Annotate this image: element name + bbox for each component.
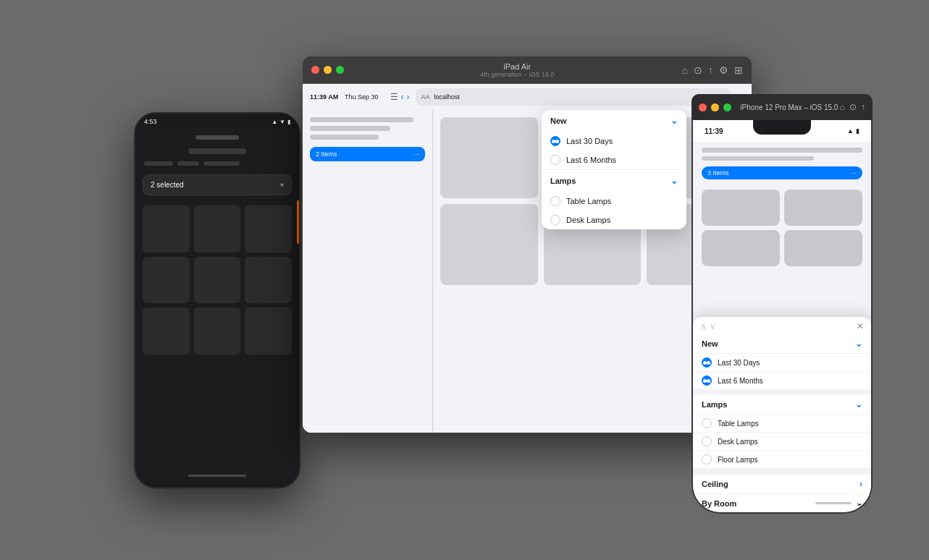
grid-item-8 — [194, 307, 241, 355]
popup-item-desk-lamps[interactable]: Desk Lamps — [693, 432, 871, 450]
grid-icon[interactable]: ⊞ — [734, 64, 743, 76]
iphone-window-controls — [699, 103, 731, 111]
ipad-section-button[interactable]: 2 Items ··· — [310, 147, 425, 161]
popup-up-button[interactable]: ∧ — [700, 321, 707, 331]
android-title-bar — [188, 148, 246, 154]
iphone-notch — [753, 120, 811, 135]
camera-icon[interactable]: ⊙ — [694, 64, 702, 76]
ipad-browser-bar: 11:39 AM Thu Sep 30 ☰ ‹ › AA localhost ·… — [303, 84, 752, 110]
dropdown-item-last30[interactable]: Last 30 Days — [542, 132, 686, 150]
popup-ceiling-label: Ceiling — [702, 480, 728, 488]
grid-item-4 — [143, 257, 190, 304]
chevron-down-icon-lamps2: ⌄ — [855, 399, 862, 410]
section-btn-ellipsis: ··· — [413, 150, 419, 158]
ipad-sidebar-header — [310, 117, 425, 140]
dropdown-lamps-header[interactable]: Lamps ⌄ — [542, 170, 686, 192]
popup-close-button[interactable]: ✕ — [857, 321, 864, 331]
by-room-slider[interactable] — [815, 502, 852, 504]
popup-down-button[interactable]: ∨ — [710, 321, 716, 331]
dropdown-item-desk-lamps[interactable]: Desk Lamps — [542, 211, 686, 229]
iphone-popup-new-header[interactable]: New ⌄ — [693, 334, 871, 353]
dropdown-item-label: Table Lamps — [566, 197, 611, 205]
grid-item-5 — [194, 257, 241, 304]
popup-ceiling-section[interactable]: Ceiling › — [693, 474, 871, 493]
sidebar-bar-1 — [310, 117, 413, 122]
ipad-title: iPad Air — [353, 62, 682, 71]
radio-popup-last30 — [702, 357, 712, 368]
ipad-browser-time: 11:39 AM — [310, 93, 339, 101]
iphone-camera-icon[interactable]: ⊙ — [849, 102, 857, 112]
android-orange-strip — [297, 200, 299, 244]
iphone-mini-grid-item-4 — [784, 230, 862, 266]
iphone-notch-wrapper: 11:39 ▲ ▮ — [693, 120, 871, 142]
dropdown-item-table-lamps[interactable]: Table Lamps — [542, 192, 686, 211]
battery-icon: ▮ — [856, 127, 859, 135]
ipad-minimize-button[interactable] — [324, 66, 332, 74]
sidebar-toggle-icon[interactable]: ☰ — [390, 92, 398, 102]
radio-popup-floor-lamps — [702, 454, 712, 464]
android-status-icons: ▲ ▼ ▮ — [272, 119, 290, 125]
chevron-right-icon: › — [859, 479, 862, 489]
popup-item-last6-label: Last 6 Months — [718, 377, 763, 385]
ipad-sidebar: 2 Items ··· — [303, 110, 433, 433]
iphone-close-button[interactable] — [699, 103, 707, 111]
back-button[interactable]: ‹ — [401, 92, 404, 102]
sidebar-bar-3 — [310, 135, 379, 140]
android-content: 2 selected ▾ — [135, 128, 299, 483]
ipad-maximize-button[interactable] — [336, 66, 344, 74]
ipad-content: 2 Items ··· New ⌄ Last — [303, 110, 752, 433]
radio-desk-lamps — [550, 215, 560, 225]
ipad-grid-item-1 — [440, 117, 538, 198]
iphone-home-icon[interactable]: ⌂ — [840, 102, 845, 112]
popup-byroom-section[interactable]: By Room ⌄ — [693, 493, 871, 512]
iphone-popup: ∧ ∨ ✕ New ⌄ Last 30 Days Last 6 Months — [693, 317, 871, 512]
iphone-popup-lamps-header[interactable]: Lamps ⌄ — [693, 395, 871, 414]
iphone-minimize-button[interactable] — [711, 103, 719, 111]
iphone-popup-handle-bar: ∧ ∨ ✕ — [693, 317, 871, 334]
iphone-share-icon[interactable]: ↑ — [861, 102, 865, 112]
android-phone: 4:53 ▲ ▼ ▮ 2 selected ▾ — [134, 112, 300, 488]
popup-item-floor-lamps[interactable]: Floor Lamps — [693, 450, 871, 468]
dropdown-item-label: Last 30 Days — [566, 137, 613, 145]
iphone-section-bar[interactable]: 3 Items ··· — [702, 166, 862, 179]
iphone-maximize-button[interactable] — [723, 103, 731, 111]
ipad-address-bar[interactable]: AA localhost — [416, 88, 731, 106]
home-icon[interactable]: ⌂ — [682, 64, 688, 76]
forward-button[interactable]: › — [407, 92, 410, 102]
android-home-indicator — [188, 475, 246, 477]
ipad-toolbar-icons: ⌂ ⊙ ↑ ⚙ ⊞ — [682, 64, 743, 76]
ipad-dropdown-overlay: New ⌄ Last 30 Days Last 6 Months Lamps ⌄ — [542, 110, 686, 229]
radio-table-lamps — [550, 196, 560, 206]
radio-last30 — [550, 136, 560, 146]
popup-item-last6[interactable]: Last 6 Months — [693, 371, 871, 389]
ipad-close-button[interactable] — [311, 66, 319, 74]
dropdown-item-last6[interactable]: Last 6 Months — [542, 150, 686, 169]
radio-last6 — [550, 155, 560, 165]
chevron-down-icon-lamps: ⌄ — [671, 176, 678, 186]
grid-item-2 — [194, 205, 241, 253]
iphone-header-bar2 — [702, 156, 814, 161]
grid-item-7 — [143, 307, 190, 355]
popup-item-table-lamps-label: Table Lamps — [718, 420, 759, 428]
android-bar-1 — [144, 161, 173, 166]
android-bar-3 — [203, 161, 240, 166]
iphone-title: iPhone 12 Pro Max – iOS 15.0 — [739, 103, 840, 111]
popup-new-label: New — [702, 339, 718, 348]
android-grid — [143, 205, 292, 355]
iphone-section-ellipsis: ··· — [851, 169, 857, 177]
grid-item-3 — [245, 205, 292, 253]
iphone-section-text: 3 Items — [707, 169, 729, 177]
ipad-grid-item-4 — [440, 204, 538, 285]
share-icon[interactable]: ↑ — [708, 64, 713, 76]
android-dropdown[interactable]: 2 selected ▾ — [143, 174, 292, 195]
popup-item-last30[interactable]: Last 30 Days — [693, 353, 871, 371]
dropdown-new-header[interactable]: New ⌄ — [542, 110, 686, 132]
grid-item-6 — [245, 257, 292, 304]
android-top-bar — [143, 135, 292, 140]
iphone-mini-grid-item-1 — [702, 190, 780, 226]
android-subtitle-bars — [143, 161, 292, 166]
settings-icon[interactable]: ⚙ — [719, 64, 728, 76]
dropdown-item-label: Desk Lamps — [566, 216, 610, 224]
aa-text: AA — [421, 93, 430, 101]
popup-item-table-lamps[interactable]: Table Lamps — [693, 414, 871, 432]
